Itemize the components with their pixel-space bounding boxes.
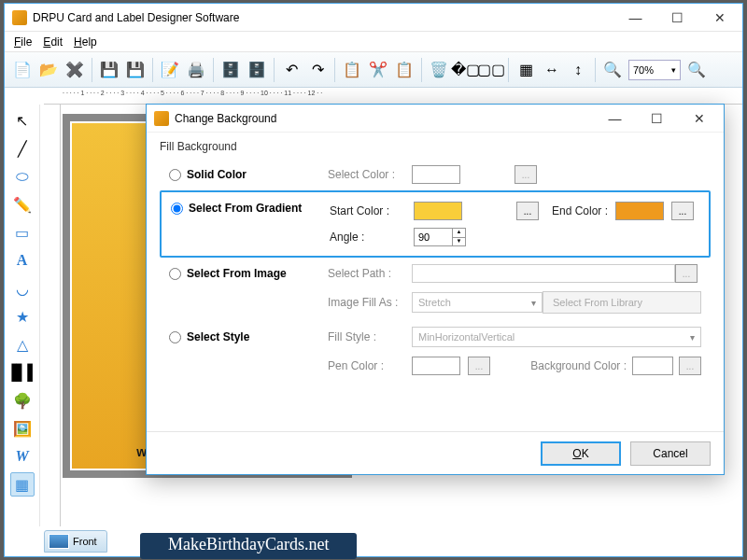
fill-style-combo: MinHorizontalVertical [412, 327, 701, 347]
maximize-button[interactable]: ☐ [656, 5, 698, 31]
select-all-icon[interactable]: ▦ [514, 58, 538, 82]
ellipse-tool-icon[interactable]: ⬭ [10, 164, 35, 189]
picture-tool-icon[interactable]: 🌳 [10, 388, 35, 413]
label-image-fill-as: Image Fill As : [328, 296, 412, 309]
barcode-tool-icon[interactable]: ▐▌▌ [10, 360, 35, 385]
zoom-out-icon[interactable]: 🔍 [684, 58, 709, 82]
page-tab-front[interactable]: Front [44, 530, 107, 553]
redo-icon[interactable]: ↷ [305, 58, 330, 82]
triangle-tool-icon[interactable]: △ [10, 332, 35, 357]
image-path-field [412, 264, 675, 283]
pen-color-swatch [412, 357, 460, 375]
angle-input[interactable] [415, 231, 452, 243]
solid-color-swatch [412, 165, 460, 184]
delete-icon[interactable]: 🗑️ [427, 58, 451, 82]
db-export-icon[interactable]: 🗄️ [218, 58, 243, 82]
cancel-button[interactable]: Cancel [630, 441, 711, 466]
pencil-tool-icon[interactable]: ✏️ [10, 192, 35, 217]
close-file-icon[interactable]: ✖️ [63, 58, 87, 82]
toolbar: 📄 📂 ✖️ 💾 💾 📝 🖨️ 🗄️ 🗄️ ↶ ↷ 📋 ✂️ 📋 🗑️ �▢ ▢… [5, 52, 742, 88]
ruler-vertical [44, 105, 61, 526]
option-style: Select Style Fill Style : MinHorizontalV… [160, 321, 711, 353]
image-fill-as-combo: Stretch [412, 292, 543, 313]
library-tool-icon[interactable]: 🖼️ [10, 416, 35, 441]
wordart-tool-icon[interactable]: W [10, 444, 35, 469]
cut-icon[interactable]: ✂️ [366, 58, 390, 82]
label-end-color: End Color : [552, 204, 608, 217]
bg-color-browse-button: ... [679, 357, 701, 375]
radio-solid-color[interactable]: Solid Color [169, 168, 328, 181]
label-angle: Angle : [330, 231, 414, 244]
app-icon [12, 10, 27, 25]
rectangle-tool-icon[interactable]: ▭ [10, 220, 35, 245]
radio-style[interactable]: Select Style [169, 330, 328, 343]
menu-help[interactable]: Help [74, 35, 97, 49]
label-fill-style: Fill Style : [328, 330, 412, 343]
select-from-library-button: Select From Library [543, 291, 701, 314]
save-icon[interactable]: 💾 [97, 58, 121, 82]
end-color-browse-button[interactable]: ... [671, 202, 694, 220]
bg-color-swatch [632, 357, 673, 375]
zoom-field[interactable]: 70%▾ [628, 60, 681, 80]
edit-icon[interactable]: 📝 [158, 58, 182, 82]
dialog-icon [154, 111, 169, 126]
bring-front-icon[interactable]: �▢ [453, 58, 477, 82]
option-image-row2: Image Fill As : Stretch Select From Libr… [160, 289, 711, 321]
zoom-in-icon[interactable]: 🔍 [600, 58, 625, 82]
window-title: DRPU Card and Label Designer Software [33, 11, 614, 24]
minimize-button[interactable]: — [614, 5, 656, 31]
angle-stepper[interactable]: ▲▼ [414, 228, 466, 246]
radio-gradient[interactable]: Select From Gradient [171, 202, 330, 215]
label-pen-color: Pen Color : [328, 359, 412, 372]
angle-up-icon[interactable]: ▲ [453, 229, 465, 238]
watermark: MakeBirthdayCards.net [140, 533, 357, 559]
start-color-swatch[interactable] [414, 202, 462, 220]
option-solid-color: Solid Color Select Color : ... [160, 159, 711, 190]
image-path-browse-button: ... [675, 264, 698, 283]
dialog-maximize-button[interactable]: ☐ [636, 105, 678, 132]
line-tool-icon[interactable]: ╱ [10, 136, 35, 161]
star-tool-icon[interactable]: ★ [10, 304, 35, 329]
db-import-icon[interactable]: 🗄️ [245, 58, 269, 82]
label-select-path: Select Path : [328, 267, 412, 280]
pen-color-browse-button: ... [468, 357, 490, 375]
label-start-color: Start Color : [330, 204, 414, 217]
align-h-icon[interactable]: ↔ [540, 58, 564, 82]
page-thumb-icon [49, 534, 69, 549]
change-background-dialog: Change Background — ☐ ✕ Fill Background … [146, 104, 725, 475]
close-button[interactable]: ✕ [698, 5, 740, 31]
title-bar: DRPU Card and Label Designer Software — … [5, 4, 742, 32]
dialog-minimize-button[interactable]: — [594, 105, 636, 132]
label-select-color: Select Color : [328, 168, 412, 181]
save-as-icon[interactable]: 💾 [123, 58, 148, 82]
align-v-icon[interactable]: ↕ [566, 58, 590, 82]
angle-down-icon[interactable]: ▼ [453, 238, 465, 246]
dialog-close-button[interactable]: ✕ [678, 105, 720, 132]
side-toolbox: ↖ ╱ ⬭ ✏️ ▭ A ◡ ★ △ ▐▌▌ 🌳 🖼️ W ▦ [5, 105, 40, 526]
radio-image[interactable]: Select From Image [169, 267, 328, 280]
section-heading: Fill Background [160, 140, 711, 153]
option-gradient: Select From Gradient Start Color : ... E… [160, 190, 711, 258]
print-icon[interactable]: 🖨️ [184, 58, 208, 82]
send-back-icon[interactable]: ▢▢ [479, 58, 503, 82]
background-tool-icon[interactable]: ▦ [10, 472, 35, 497]
arc-tool-icon[interactable]: ◡ [10, 276, 35, 301]
solid-color-browse-button: ... [514, 165, 537, 184]
text-tool-icon[interactable]: A [10, 248, 35, 273]
pointer-tool-icon[interactable]: ↖ [10, 108, 35, 133]
paste-icon[interactable]: 📋 [392, 58, 416, 82]
ruler-horizontal: · · · · · 1 · · · · 2 · · · · 3 · · · · … [44, 88, 742, 105]
end-color-swatch[interactable] [615, 202, 664, 220]
new-icon[interactable]: 📄 [10, 58, 35, 82]
ok-button[interactable]: OK [541, 441, 621, 466]
dialog-footer: OK Cancel [147, 431, 724, 474]
copy-icon[interactable]: 📋 [340, 58, 364, 82]
open-icon[interactable]: 📂 [36, 58, 61, 82]
menu-file[interactable]: File [14, 35, 32, 49]
dialog-title-bar: Change Background — ☐ ✕ [147, 105, 724, 133]
menu-edit[interactable]: Edit [43, 35, 63, 49]
undo-icon[interactable]: ↶ [279, 58, 303, 82]
start-color-browse-button[interactable]: ... [516, 202, 539, 220]
page-tabs: Front [44, 528, 107, 554]
dialog-title: Change Background [175, 112, 594, 125]
